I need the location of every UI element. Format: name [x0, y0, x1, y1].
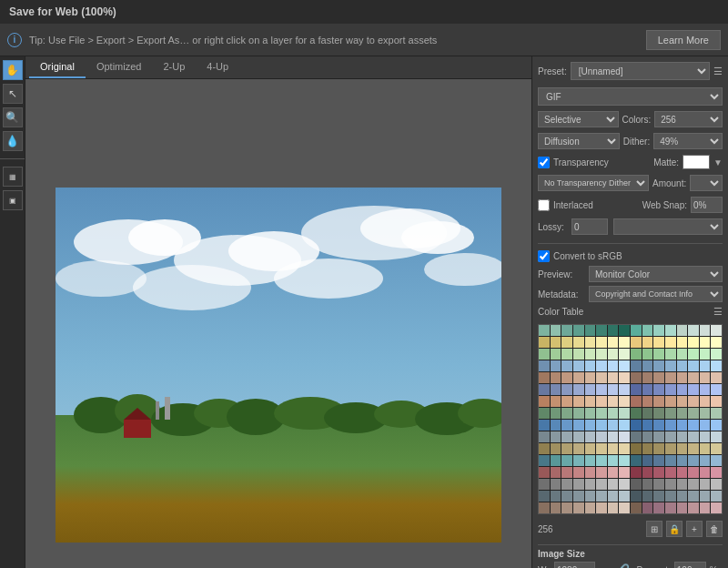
color-cell[interactable]: [653, 443, 664, 454]
color-cell[interactable]: [711, 420, 722, 431]
color-cell[interactable]: [700, 349, 711, 360]
color-cell[interactable]: [585, 420, 596, 431]
color-cell[interactable]: [561, 349, 572, 360]
preset-menu-icon[interactable]: ☰: [713, 66, 723, 77]
color-cell[interactable]: [688, 443, 699, 454]
color-cell[interactable]: [608, 455, 619, 466]
color-cell[interactable]: [711, 443, 722, 454]
color-cell[interactable]: [608, 349, 619, 360]
color-cell[interactable]: [619, 479, 630, 490]
color-cell[interactable]: [688, 349, 699, 360]
color-cell[interactable]: [653, 372, 664, 383]
color-cell[interactable]: [665, 325, 676, 336]
color-cell[interactable]: [608, 396, 619, 407]
color-cell[interactable]: [688, 431, 699, 442]
color-cell[interactable]: [631, 408, 642, 419]
color-cell[interactable]: [642, 431, 653, 442]
color-cell[interactable]: [539, 431, 550, 442]
metadata-select[interactable]: Copyright and Contact Info: [589, 286, 723, 302]
color-cell[interactable]: [573, 443, 584, 454]
color-cell[interactable]: [711, 479, 722, 490]
color-cell[interactable]: [653, 420, 664, 431]
color-cell[interactable]: [551, 479, 561, 490]
color-cell[interactable]: [573, 360, 584, 371]
matte-dropdown-icon[interactable]: ▼: [713, 157, 723, 167]
color-cell[interactable]: [608, 372, 619, 383]
color-cell[interactable]: [585, 384, 596, 395]
color-cell[interactable]: [665, 491, 676, 502]
color-cell[interactable]: [631, 396, 642, 407]
color-cell[interactable]: [596, 443, 607, 454]
color-cell[interactable]: [711, 360, 722, 371]
color-cell[interactable]: [608, 502, 619, 513]
color-cell[interactable]: [711, 502, 722, 513]
color-cell[interactable]: [653, 384, 664, 395]
color-cell[interactable]: [539, 491, 550, 502]
color-cell[interactable]: [561, 325, 572, 336]
convert-srgb-checkbox[interactable]: [538, 250, 550, 262]
color-cell[interactable]: [551, 396, 561, 407]
color-cell[interactable]: [642, 443, 653, 454]
color-cell[interactable]: [631, 467, 642, 478]
color-cell[interactable]: [608, 408, 619, 419]
color-cell[interactable]: [573, 420, 584, 431]
color-cell[interactable]: [539, 360, 550, 371]
color-cell[interactable]: [711, 349, 722, 360]
color-cell[interactable]: [585, 408, 596, 419]
color-cell[interactable]: [665, 467, 676, 478]
color-cell[interactable]: [642, 408, 653, 419]
color-cell[interactable]: [665, 455, 676, 466]
color-cell[interactable]: [700, 408, 711, 419]
color-cell[interactable]: [700, 479, 711, 490]
color-cell[interactable]: [619, 443, 630, 454]
color-cell[interactable]: [573, 396, 584, 407]
color-cell[interactable]: [677, 431, 688, 442]
color-cell[interactable]: [608, 420, 619, 431]
color-cell[interactable]: [642, 349, 653, 360]
color-cell[interactable]: [653, 502, 664, 513]
color-cell[interactable]: [585, 467, 596, 478]
color-cell[interactable]: [561, 502, 572, 513]
color-cell[interactable]: [688, 502, 699, 513]
color-cell[interactable]: [653, 408, 664, 419]
color-cell[interactable]: [573, 408, 584, 419]
color-cell[interactable]: [596, 325, 607, 336]
preview-select[interactable]: Monitor Color: [589, 266, 723, 282]
color-cell[interactable]: [585, 360, 596, 371]
color-cell[interactable]: [561, 360, 572, 371]
color-cell[interactable]: [539, 443, 550, 454]
color-cell[interactable]: [665, 443, 676, 454]
color-cell[interactable]: [700, 372, 711, 383]
color-cell[interactable]: [688, 479, 699, 490]
tab-original[interactable]: Original: [29, 56, 86, 78]
color-cell[interactable]: [551, 360, 561, 371]
color-cell[interactable]: [631, 372, 642, 383]
color-cell[interactable]: [539, 396, 550, 407]
color-cell[interactable]: [631, 384, 642, 395]
color-cell[interactable]: [700, 396, 711, 407]
color-cell[interactable]: [631, 337, 642, 348]
color-cell[interactable]: [665, 360, 676, 371]
color-cell[interactable]: [700, 443, 711, 454]
transp-dither-select[interactable]: No Transparency Dither: [538, 175, 649, 191]
color-cell[interactable]: [700, 384, 711, 395]
color-cell[interactable]: [665, 396, 676, 407]
interlaced-checkbox[interactable]: [538, 199, 550, 211]
color-cell[interactable]: [619, 325, 630, 336]
color-cell[interactable]: [551, 325, 561, 336]
color-cell[interactable]: [711, 467, 722, 478]
color-cell[interactable]: [619, 349, 630, 360]
color-cell[interactable]: [642, 455, 653, 466]
width-input[interactable]: [554, 562, 595, 568]
color-cell[interactable]: [700, 502, 711, 513]
color-cell[interactable]: [677, 349, 688, 360]
color-cell[interactable]: [585, 372, 596, 383]
add-color-btn[interactable]: +: [686, 521, 703, 537]
color-cell[interactable]: [608, 491, 619, 502]
color-cell[interactable]: [642, 479, 653, 490]
color-cell[interactable]: [596, 396, 607, 407]
color-cell[interactable]: [551, 491, 561, 502]
color-cell[interactable]: [619, 431, 630, 442]
preset-select[interactable]: [Unnamed]: [571, 62, 710, 80]
color-cell[interactable]: [561, 372, 572, 383]
